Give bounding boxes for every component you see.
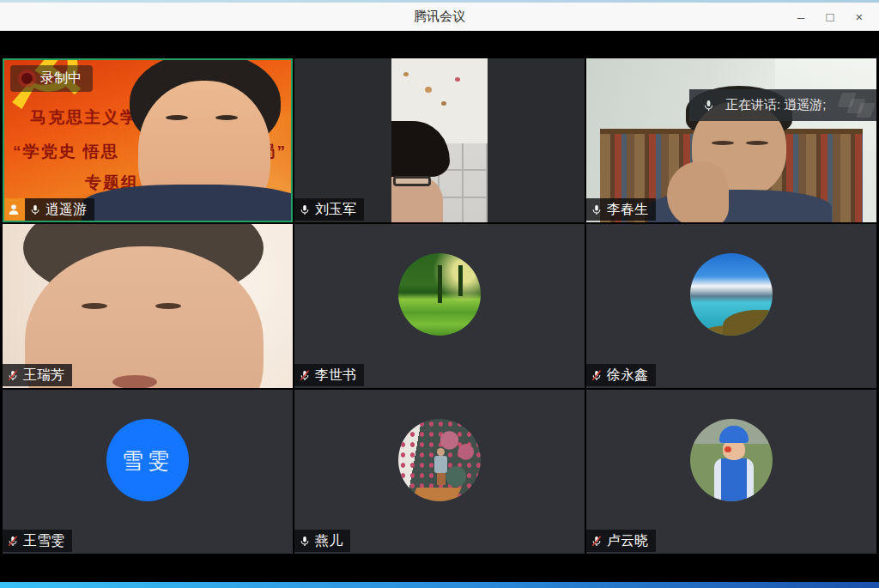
close-button[interactable]: ×	[845, 3, 874, 30]
window-controls: – □ ×	[786, 3, 874, 30]
meeting-logo-watermark-icon	[845, 93, 873, 118]
mic-muted-icon	[7, 534, 19, 549]
tile-lishishu[interactable]: 李世书	[294, 224, 585, 388]
speaker-eye	[166, 115, 188, 120]
tile-yaner[interactable]: 燕儿	[294, 390, 585, 554]
participant-eye	[82, 303, 107, 309]
nameplate: 王雪雯	[3, 530, 72, 552]
participant-name: 徐永鑫	[607, 367, 648, 385]
tile-lichunsheng[interactable]: 正在讲话: 逍遥游; 李春生	[586, 58, 876, 222]
nameplate: 刘玉军	[294, 198, 364, 221]
tile-wangruifang[interactable]: 王瑞芳	[3, 224, 293, 388]
participant-eyebrow	[746, 141, 768, 145]
avatar-initials-text: 雪雯	[122, 446, 173, 475]
nameplate: 卢云晓	[586, 530, 656, 552]
mic-muted-icon	[591, 534, 603, 549]
meeting-window: 腾讯会议 – □ × ☭ 马克思主义学 党支部 “学党史 悟思 开新局” 专题组	[0, 0, 879, 588]
recording-label: 录制中	[40, 70, 82, 88]
participant-mouth	[112, 375, 157, 388]
participant-name: 燕儿	[315, 532, 343, 550]
video-stage: ☭ 马克思主义学 党支部 “学党史 悟思 开新局” 专题组 录制中	[0, 31, 879, 582]
nameplate: 徐永鑫	[586, 364, 656, 386]
participant-eyebrow	[712, 141, 734, 145]
mic-muted-icon	[299, 368, 311, 383]
recording-badge: 录制中	[10, 65, 93, 92]
window-title: 腾讯会议	[414, 9, 465, 25]
hand-on-chin	[667, 161, 729, 222]
nameplate: 燕儿	[294, 530, 350, 552]
speaking-indicator-text: 正在讲话: 逍遥游;	[725, 97, 827, 113]
mic-icon	[591, 203, 603, 217]
nameplate: 逍遥游	[3, 198, 94, 221]
recording-dot-icon	[21, 73, 33, 84]
vertical-video	[391, 58, 488, 222]
avatar-graffiti-wall	[398, 419, 481, 501]
participant-name: 刘玉军	[315, 201, 356, 219]
ceiling-decorations	[403, 72, 409, 76]
mic-muted-icon	[591, 368, 603, 383]
participant-name: 逍遥游	[45, 201, 87, 219]
speaker-eye	[215, 115, 238, 120]
avatar-child-blue-cap	[690, 419, 773, 501]
tile-xiaoyaoyou[interactable]: ☭ 马克思主义学 党支部 “学党史 悟思 开新局” 专题组 录制中	[3, 58, 293, 222]
tile-liuyujun[interactable]: 刘玉军	[294, 58, 585, 222]
avatar-person-figure	[434, 448, 447, 488]
participant-grid: ☭ 马克思主义学 党支部 “学党史 悟思 开新局” 专题组 录制中	[3, 58, 876, 554]
participant-name: 李世书	[315, 367, 356, 385]
avatar-green-park	[398, 253, 481, 336]
banner-text-line2-left: “学党史 悟思	[13, 141, 119, 163]
avatar-mountain-lake	[690, 253, 773, 336]
speaking-indicator-toast: 正在讲话: 逍遥游;	[689, 89, 876, 121]
participant-name: 王雪雯	[23, 532, 64, 550]
tile-wangxuewen[interactable]: 雪雯 王雪雯	[3, 390, 293, 554]
host-person-icon	[3, 198, 25, 221]
avatar-blue-initials: 雪雯	[106, 419, 189, 501]
mic-muted-icon	[7, 368, 19, 383]
banner-text-line1-left: 马克思主义学	[30, 106, 138, 129]
mic-icon	[299, 534, 311, 549]
participant-name: 王瑞芳	[23, 367, 64, 385]
participant-eye	[155, 303, 181, 309]
mic-icon	[29, 203, 41, 217]
participant-name: 卢云晓	[607, 532, 648, 550]
maximize-button[interactable]: □	[815, 3, 845, 30]
nameplate: 李春生	[586, 198, 656, 221]
title-bar[interactable]: 腾讯会议 – □ ×	[0, 3, 879, 31]
speaker-shirt	[82, 185, 293, 222]
glasses	[393, 176, 431, 186]
minimize-button[interactable]: –	[786, 3, 815, 30]
tile-luyunxiao[interactable]: 卢云晓	[586, 390, 876, 554]
window-bottom-accent	[0, 582, 879, 588]
participant-name: 李春生	[607, 201, 648, 219]
nameplate: 王瑞芳	[3, 364, 72, 386]
nameplate: 李世书	[294, 364, 364, 386]
tile-xuyongxin[interactable]: 徐永鑫	[586, 224, 876, 388]
speaking-mic-icon	[702, 98, 715, 113]
mic-icon	[299, 203, 311, 217]
